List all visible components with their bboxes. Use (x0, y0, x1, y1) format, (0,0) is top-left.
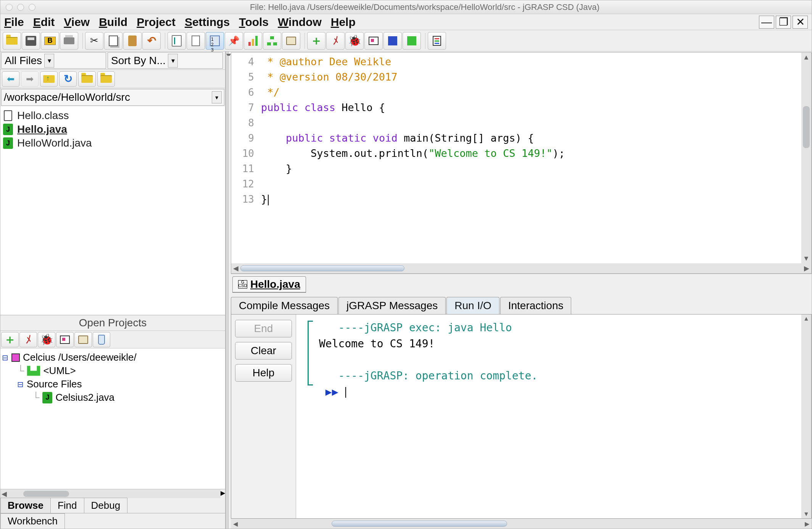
new-page-icon[interactable] (187, 32, 205, 50)
debug-bug-icon[interactable]: 🐞 (345, 32, 364, 50)
nav-row: ⬅ ➡ ↑ ↻ (0, 70, 225, 88)
close-button[interactable]: ✕ (793, 16, 808, 29)
file-list[interactable]: Hello.classJHello.javaJHelloWorld.java (0, 106, 225, 315)
chevron-down-icon[interactable]: ▾ (44, 54, 54, 68)
close-light[interactable] (6, 4, 13, 11)
menu-edit[interactable]: Edit (33, 16, 55, 29)
message-tab-interactions[interactable]: Interactions (500, 297, 572, 314)
tree-root[interactable]: ⊟ Celcius /Users/deeweikle/ (2, 351, 224, 364)
editor-tab-hello[interactable]: GCSD Hello.java (232, 276, 306, 293)
path-field[interactable]: /workspace/HelloWorld/src ▾ (1, 89, 224, 106)
console-end-button[interactable]: End (235, 320, 292, 337)
line-numbers-icon[interactable]: 123 (206, 32, 224, 50)
console-help-button[interactable]: Help (235, 364, 292, 382)
sort-label: Sort By N... (111, 55, 166, 67)
copy-icon[interactable] (104, 32, 122, 50)
tree-uml[interactable]: └ ▙▟ <UML> (2, 364, 224, 377)
tab-debug[interactable]: Debug (84, 498, 128, 513)
projects-hscroll[interactable]: ◀▶ (0, 489, 225, 498)
file-item[interactable]: JHello.java (3, 123, 223, 136)
menu-file[interactable]: File (4, 16, 24, 29)
folder1-icon[interactable] (78, 71, 96, 87)
menu-bar: File Edit View Build Project Settings To… (0, 14, 812, 30)
tree-file-name: Celsius2.java (55, 392, 114, 403)
menu-help[interactable]: Help (331, 16, 356, 29)
sort-dropdown[interactable]: Sort By N... ▾ (108, 52, 223, 69)
projector-icon[interactable] (364, 32, 383, 50)
code-content[interactable]: * @author Dee Weikle * @version 08/30/20… (258, 53, 801, 263)
expand-icon[interactable]: ⊟ (2, 353, 8, 362)
print-icon[interactable] (60, 32, 78, 50)
message-tab-jgrasp-messages[interactable]: jGRASP Messages (338, 297, 446, 314)
file-filter-label: All Files (5, 55, 42, 67)
open-icon[interactable] (3, 32, 21, 50)
tab-find[interactable]: Find (50, 498, 84, 513)
tab-browse[interactable]: Browse (0, 498, 51, 513)
maximize-button[interactable]: ❐ (776, 16, 791, 29)
undo-icon[interactable]: ↶ (142, 32, 161, 50)
minimize-light[interactable] (17, 4, 24, 11)
projects-pane: Open Projects ＋ ﾒ 🐞 ⊟ Celcius /Users/dee… (0, 315, 225, 529)
menu-view[interactable]: View (64, 16, 90, 29)
menu-build[interactable]: Build (99, 16, 127, 29)
minimize-button[interactable]: — (759, 16, 774, 29)
filter-row: All Files ▾ Sort By N... ▾ (0, 52, 225, 70)
console-output[interactable]: ----jGRASP exec: java Hello Welcome to C… (296, 314, 811, 518)
editor-area: 45678910111213 * @author Dee Weikle * @v… (231, 52, 812, 274)
proj-plus-icon[interactable]: ＋ (1, 332, 19, 347)
proj-bug-icon[interactable]: 🐞 (38, 332, 55, 347)
book-icon[interactable] (282, 32, 300, 50)
chart-icon[interactable] (244, 32, 262, 50)
editor-hscroll[interactable]: ◀▶ (231, 263, 811, 273)
console-vscroll[interactable]: ▲ ▼ (801, 314, 811, 518)
doc-lines-icon[interactable] (428, 32, 446, 50)
pin-icon[interactable]: 📌 (225, 32, 243, 50)
console-area: End Clear Help ----jGRASP exec: java Hel… (231, 314, 812, 519)
menu-window[interactable]: Window (278, 16, 322, 29)
expand-icon[interactable]: ⊟ (17, 380, 24, 389)
save-icon[interactable] (22, 32, 40, 50)
message-tab-run-i-o[interactable]: Run I/O (446, 297, 499, 314)
tree-file[interactable]: └ J Celsius2.java (2, 391, 224, 404)
blue-square-icon[interactable] (383, 32, 402, 50)
chevron-down-icon[interactable]: ▾ (212, 91, 222, 103)
projects-title: Open Projects (0, 315, 225, 331)
project-tree[interactable]: ⊟ Celcius /Users/deeweikle/ └ ▙▟ <UML> ⊟… (0, 348, 225, 489)
zoom-light[interactable] (29, 4, 35, 11)
console-hscroll[interactable]: ◀ ▶ (231, 519, 812, 529)
proj-run-icon[interactable]: ﾒ (19, 332, 37, 347)
run-icon[interactable]: ﾒ (326, 32, 345, 50)
uml-small-icon: ▙▟ (27, 366, 40, 376)
csd-icon[interactable] (168, 32, 186, 50)
main-toolbar: B ✂ ↶ 123 📌 ＋ ﾒ 🐞 (0, 30, 812, 52)
folder2-icon[interactable] (97, 71, 115, 87)
vertical-splitter[interactable] (226, 52, 229, 529)
file-item[interactable]: Hello.class (3, 109, 223, 123)
uml-icon[interactable] (263, 32, 281, 50)
console-clear-button[interactable]: Clear (235, 342, 292, 360)
file-item[interactable]: JHelloWorld.java (3, 136, 223, 150)
create-plus-icon[interactable]: ＋ (307, 32, 325, 50)
message-tab-compile-messages[interactable]: Compile Messages (231, 297, 338, 314)
menu-settings[interactable]: Settings (185, 16, 230, 29)
chevron-down-icon[interactable]: ▾ (168, 54, 178, 68)
back-icon[interactable]: ⬅ (2, 71, 19, 87)
code-editor[interactable]: 45678910111213 * @author Dee Weikle * @v… (231, 53, 811, 263)
tree-src[interactable]: ⊟ Source Files (2, 377, 224, 391)
refresh-icon[interactable]: ↻ (59, 71, 77, 87)
cut-icon[interactable]: ✂ (85, 32, 103, 50)
green-square-icon[interactable] (403, 32, 421, 50)
save-b-icon[interactable]: B (41, 32, 59, 50)
proj-projector-icon[interactable] (56, 332, 74, 347)
paste-icon[interactable] (123, 32, 142, 50)
file-filter-dropdown[interactable]: All Files ▾ (1, 52, 106, 69)
folder-up-icon[interactable]: ↑ (40, 71, 58, 87)
file-name: Hello.class (17, 110, 69, 122)
editor-vscroll[interactable]: ▲▼ (801, 53, 811, 263)
menu-project[interactable]: Project (137, 16, 176, 29)
menu-tools[interactable]: Tools (239, 16, 269, 29)
forward-icon[interactable]: ➡ (21, 71, 39, 87)
proj-book-icon[interactable] (74, 332, 92, 347)
proj-jar-icon[interactable] (93, 332, 110, 347)
tab-workbench[interactable]: Workbench (0, 513, 65, 529)
